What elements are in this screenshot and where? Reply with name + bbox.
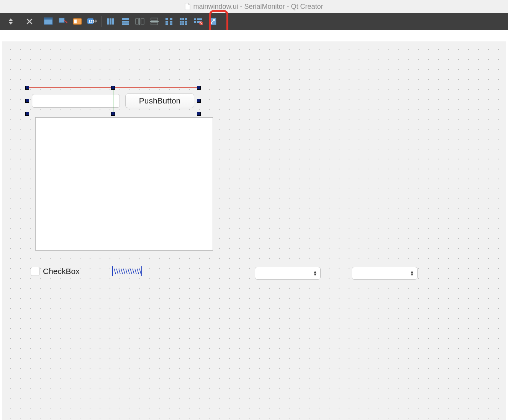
chevron-up-down-icon: ▲▼: [410, 271, 414, 276]
svg-line-51: [130, 269, 132, 274]
checkbox-widget[interactable]: CheckBox: [31, 267, 80, 276]
push-button-label: PushButton: [139, 96, 181, 105]
svg-rect-26: [180, 18, 182, 20]
resize-handle[interactable]: [25, 86, 29, 90]
layout-vertical-icon[interactable]: [118, 15, 132, 28]
svg-rect-17: [151, 18, 158, 20]
checkbox-label: CheckBox: [43, 267, 80, 276]
resize-handle[interactable]: [197, 86, 201, 90]
svg-line-53: [135, 269, 136, 274]
line-edit-widget[interactable]: [32, 94, 120, 108]
chevron-up-down-icon: ▲▼: [313, 271, 317, 276]
svg-rect-23: [170, 21, 172, 23]
svg-rect-28: [185, 18, 187, 20]
svg-rect-2: [59, 18, 64, 23]
edit-tab-order-icon[interactable]: 123: [85, 15, 99, 28]
svg-rect-25: [170, 23, 172, 25]
adjust-size-icon[interactable]: [206, 15, 220, 28]
svg-rect-8: [107, 18, 109, 25]
combo-box-2[interactable]: ▲▼: [352, 267, 418, 280]
edit-signals-icon[interactable]: [56, 15, 70, 28]
svg-rect-31: [185, 21, 187, 23]
svg-rect-18: [151, 23, 158, 25]
svg-line-50: [128, 269, 129, 274]
designer-toolbar: 123: [0, 13, 508, 30]
separator: [39, 16, 39, 27]
svg-rect-10: [112, 18, 114, 25]
svg-rect-24: [166, 23, 168, 25]
svg-rect-21: [170, 18, 172, 20]
svg-text:123: 123: [88, 20, 94, 23]
svg-rect-12: [122, 21, 129, 23]
svg-line-49: [126, 269, 127, 274]
svg-rect-36: [197, 18, 202, 20]
svg-rect-37: [194, 21, 196, 23]
svg-rect-20: [166, 18, 168, 20]
text-edit-widget[interactable]: [35, 117, 213, 251]
svg-rect-15: [141, 19, 144, 24]
push-button-widget[interactable]: PushButton: [125, 94, 194, 108]
resize-handle[interactable]: [25, 112, 29, 116]
layout-form-icon[interactable]: [191, 15, 205, 28]
edit-widgets-icon[interactable]: [41, 15, 55, 28]
svg-line-52: [133, 269, 134, 274]
separator: [101, 16, 102, 27]
up-down-icon[interactable]: [4, 15, 18, 28]
svg-line-55: [139, 269, 141, 274]
svg-rect-34: [185, 23, 187, 25]
svg-rect-33: [182, 23, 184, 25]
window-titlebar: mainwindow.ui - SerialMonitor - Qt Creat…: [0, 0, 508, 13]
svg-rect-5: [74, 20, 77, 23]
resize-handle[interactable]: [197, 99, 201, 103]
svg-rect-30: [182, 21, 184, 23]
resize-handle[interactable]: [111, 112, 115, 116]
layout-vertical-splitter-icon[interactable]: [147, 15, 161, 28]
svg-rect-22: [166, 21, 168, 23]
combo-box-1[interactable]: ▲▼: [255, 267, 321, 280]
separator: [20, 16, 20, 27]
resize-handle[interactable]: [25, 99, 29, 103]
resize-handle[interactable]: [197, 112, 201, 116]
resize-handle[interactable]: [111, 86, 115, 90]
svg-line-54: [137, 269, 139, 274]
svg-rect-14: [136, 19, 139, 24]
layout-grid-2col-icon[interactable]: [162, 15, 176, 28]
svg-line-47: [121, 269, 123, 274]
checkbox-box[interactable]: [31, 267, 40, 276]
svg-line-48: [123, 269, 125, 274]
svg-line-46: [119, 269, 120, 274]
svg-rect-35: [194, 18, 196, 20]
layout-grid-icon[interactable]: [177, 15, 190, 28]
selected-hlayout[interactable]: PushButton: [27, 87, 199, 114]
layout-horizontal-splitter-icon[interactable]: [133, 15, 147, 28]
file-icon: [185, 3, 191, 10]
svg-rect-27: [182, 18, 184, 20]
svg-rect-9: [110, 18, 111, 25]
svg-rect-29: [180, 21, 182, 23]
svg-rect-1: [44, 18, 52, 20]
svg-rect-13: [122, 23, 129, 25]
close-icon[interactable]: [23, 15, 36, 28]
window-title: mainwindow.ui - SerialMonitor - Qt Creat…: [193, 3, 323, 11]
svg-rect-11: [122, 18, 129, 20]
design-surface[interactable]: PushButton CheckBox: [0, 30, 508, 420]
svg-line-44: [114, 269, 116, 274]
svg-line-45: [116, 269, 118, 274]
layout-horizontal-icon[interactable]: [104, 15, 118, 28]
edit-buddies-icon[interactable]: [70, 15, 84, 28]
svg-rect-32: [180, 23, 182, 25]
horizontal-spacer-widget[interactable]: [112, 266, 143, 277]
